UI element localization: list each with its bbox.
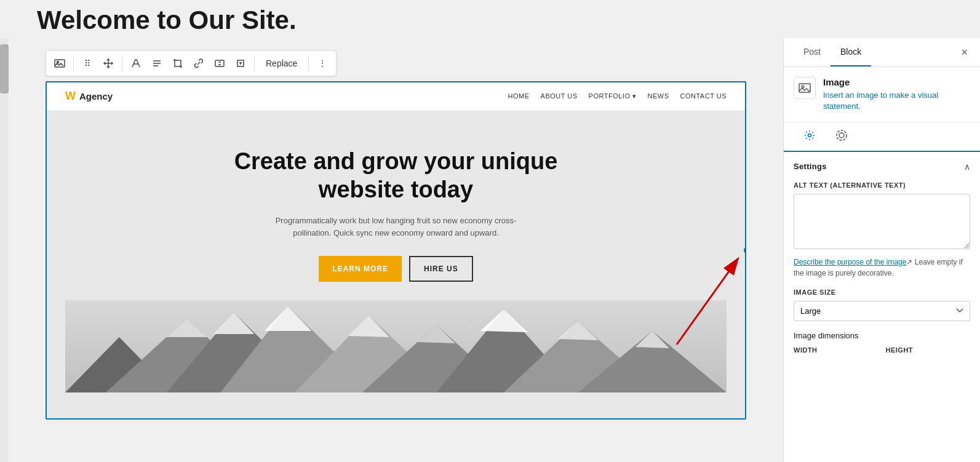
block-info-text: Image Insert an image to make a visual s… xyxy=(823,77,970,112)
site-navigation: W Agency HOME ABOUT US PORTFOLIO ▾ NEWS … xyxy=(47,82,745,111)
hero-buttons: LEARN MORE HIRE US xyxy=(65,256,727,282)
panel-tabs: Post Block × xyxy=(784,38,980,67)
block-name: Image xyxy=(823,77,970,87)
settings-gear-tab[interactable] xyxy=(794,123,826,152)
block-toolbar: ⠿ xyxy=(46,50,337,76)
settings-label: Settings xyxy=(794,162,827,171)
panel-content: Settings ∧ ALT TEXT (ALTERNATIVE TEXT) D… xyxy=(784,152,980,462)
image-dimensions-group: Image dimensions WIDTH HEIGHT xyxy=(794,331,970,357)
dimensions-header: Image dimensions xyxy=(794,331,970,340)
image-size-select[interactable]: Thumbnail Medium Large Full Size xyxy=(794,301,970,321)
settings-filter-tab[interactable] xyxy=(826,123,858,152)
block-description: Insert an image to make a visual stateme… xyxy=(823,90,970,112)
settings-collapse-button[interactable]: ∧ xyxy=(964,162,970,172)
page-title: Welcome to Our Site. xyxy=(37,6,943,34)
site-preview: W Agency HOME ABOUT US PORTFOLIO ▾ NEWS … xyxy=(47,82,745,418)
block-icon xyxy=(794,77,816,99)
tab-post[interactable]: Post xyxy=(794,38,831,66)
text-color-button[interactable] xyxy=(126,54,146,73)
hero-headline: Create and grow your unique website toda… xyxy=(218,148,575,204)
nav-item-portfolio: PORTFOLIO ▾ xyxy=(589,92,637,100)
svg-point-25 xyxy=(837,130,847,140)
resize-button[interactable] xyxy=(210,54,229,73)
nav-item-contact: CONTACT US xyxy=(680,92,727,100)
replace-button[interactable]: Replace xyxy=(258,56,305,71)
svg-rect-2 xyxy=(175,60,181,66)
learn-more-button[interactable]: LEARN MORE xyxy=(319,256,402,282)
image-size-label: IMAGE SIZE xyxy=(794,289,970,296)
more-options-button[interactable]: ⋮ xyxy=(313,54,332,73)
site-logo: W Agency xyxy=(65,90,113,103)
height-label: HEIGHT xyxy=(886,346,971,354)
svg-point-24 xyxy=(808,133,811,137)
nav-item-news: NEWS xyxy=(648,92,669,100)
nav-item-home: HOME xyxy=(508,92,530,100)
logo-w-icon: W xyxy=(65,90,76,103)
drag-handle-button[interactable]: ⠿ xyxy=(78,54,97,73)
crop-button[interactable] xyxy=(168,54,188,73)
dimensions-row: WIDTH HEIGHT xyxy=(794,346,970,357)
alt-text-help: Describe the purpose of the image↗ Leave… xyxy=(794,257,970,279)
image-size-group: IMAGE SIZE Thumbnail Medium Large Full S… xyxy=(794,289,970,321)
settings-section-header: Settings ∧ xyxy=(794,162,970,172)
hire-us-button[interactable]: HIRE US xyxy=(409,256,473,282)
settings-icon-tabs xyxy=(784,123,980,152)
hero-section: Create and grow your unique website toda… xyxy=(47,111,745,418)
panel-close-button[interactable]: × xyxy=(958,44,970,62)
width-field: WIDTH xyxy=(794,346,878,357)
mountain-image xyxy=(65,300,727,392)
nav-item-about: ABOUT US xyxy=(541,92,578,100)
svg-point-26 xyxy=(839,133,844,138)
width-label: WIDTH xyxy=(794,346,878,354)
image-type-button[interactable] xyxy=(50,54,70,73)
align-button[interactable] xyxy=(147,54,167,73)
alt-text-input[interactable] xyxy=(794,194,970,249)
right-panel: Post Block × Image Insert an image to ma… xyxy=(783,38,980,462)
alt-text-group: ALT TEXT (ALTERNATIVE TEXT) Describe the… xyxy=(794,181,970,279)
site-menu: HOME ABOUT US PORTFOLIO ▾ NEWS CONTACT U… xyxy=(508,92,727,100)
height-field: HEIGHT xyxy=(886,346,971,357)
alt-text-help-link[interactable]: Describe the purpose of the image xyxy=(794,258,906,266)
svg-rect-3 xyxy=(215,60,224,66)
block-info: Image Insert an image to make a visual s… xyxy=(784,67,980,122)
move-arrows-button[interactable] xyxy=(98,54,118,73)
logo-name: Agency xyxy=(79,91,113,102)
tab-block[interactable]: Block xyxy=(831,38,871,66)
text-overlay-button[interactable] xyxy=(231,54,250,73)
image-block: W Agency HOME ABOUT US PORTFOLIO ▾ NEWS … xyxy=(46,81,746,420)
hero-subtext: Programmatically work but low hanging fr… xyxy=(261,215,532,239)
alt-text-label: ALT TEXT (ALTERNATIVE TEXT) xyxy=(794,181,970,189)
link-button[interactable] xyxy=(189,54,209,73)
